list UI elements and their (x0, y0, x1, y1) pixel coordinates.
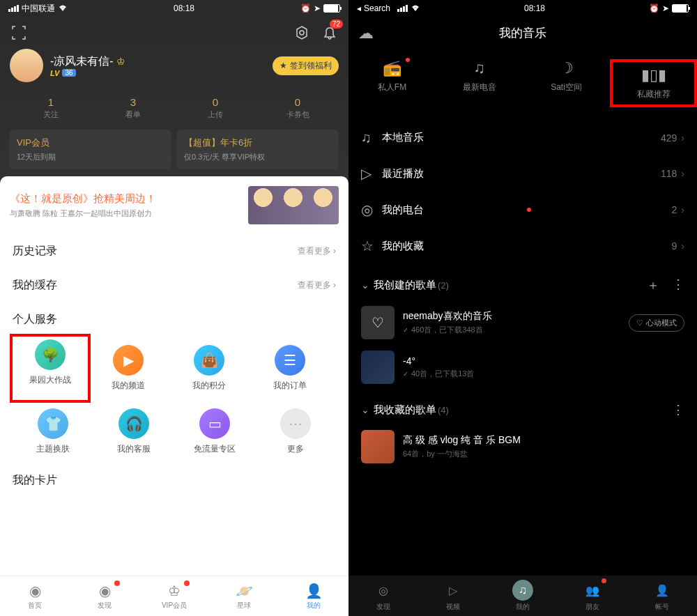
promo-banner[interactable]: 《这！就是原创》抢精美周边！ 与萧敬腾 陈粒 王嘉尔一起唱出中国原创力 (0, 176, 348, 234)
tab-discover[interactable]: ◉发现 (70, 576, 139, 616)
service-channel[interactable]: ▶我的频道 (88, 337, 169, 400)
cat-sati[interactable]: ☽Sati空间 (523, 59, 610, 107)
card-icon: ▭ (199, 408, 230, 439)
item-recent-play[interactable]: ▷ 最近播放 118 › (348, 155, 697, 192)
chevron-down-icon: ⌄ (361, 279, 369, 291)
heart-mode-button[interactable]: ♡心动模式 (629, 314, 684, 332)
signal-icon (8, 5, 19, 12)
settings-icon[interactable] (293, 24, 311, 42)
level-prefix: LV (50, 69, 59, 77)
tab-home[interactable]: ◉首页 (0, 576, 70, 616)
item-local-music[interactable]: ♫ 本地音乐 429 › (348, 120, 697, 155)
service-theme[interactable]: 👕主题换肤 (13, 400, 93, 463)
person-icon: 👤 (652, 580, 673, 601)
tab-friends[interactable]: 👥朋友 (558, 576, 627, 616)
profile-header: 72 -凉风未有信-♔ LV 36 ★ 签到领福利 1关注 3看单 0上传 0卡… (0, 17, 348, 234)
play-icon: ▶ (113, 345, 144, 376)
stat-upload[interactable]: 0上传 (174, 96, 256, 120)
alarm-icon: ⏰ (300, 3, 311, 13)
more-icon[interactable]: ⋮ (672, 277, 684, 293)
playlist-cover (361, 430, 395, 463)
carrier-label: 中国联通 (22, 3, 55, 15)
tab-account[interactable]: 👤帐号 (627, 576, 697, 616)
signal-icon (397, 5, 408, 12)
alarm-icon: ⏰ (649, 3, 659, 13)
person-icon: 👤 (305, 583, 323, 599)
created-playlists-header[interactable]: ⌄ 我创建的歌单 (2) ＋ ⋮ (348, 264, 697, 300)
coin-icon: ★ (279, 61, 287, 70)
service-freedata[interactable]: ▭免流量专区 (174, 400, 255, 463)
chevron-right-icon: › (681, 204, 684, 215)
cat-electronic[interactable]: ♫最新电音 (436, 59, 523, 107)
avatar[interactable] (10, 49, 43, 82)
badge-dot (602, 578, 606, 583)
moon-icon: ☽ (560, 59, 574, 77)
service-support[interactable]: 🎧我的客服 (93, 400, 174, 463)
service-points[interactable]: 👜我的积分 (169, 337, 250, 400)
dots-icon: ⋯ (280, 408, 311, 439)
service-more[interactable]: ⋯更多 (255, 400, 336, 463)
stat-watchlist[interactable]: 3看单 (92, 96, 174, 120)
playlist-vlog-bgm[interactable]: 高 级 感 vlog 纯 音 乐 BGM 64首，by 一勺海盐 (348, 424, 697, 469)
checkin-button[interactable]: ★ 签到领福利 (273, 56, 339, 75)
verified-icon: ✓ (403, 370, 408, 378)
tab-discover[interactable]: ◎发现 (348, 576, 418, 616)
playlist-liked[interactable]: ♡ neemaby喜欢的音乐 ✓460首，已下载348首 ♡心动模式 (348, 300, 697, 345)
vip-member-card[interactable]: VIP会员 12天后到期 (10, 130, 171, 169)
vip-annual-card[interactable]: 【超值】年卡6折 仅0.3元/天 尊享VIP特权 (177, 130, 339, 169)
tab-vip[interactable]: ♔VIP会员 (139, 576, 209, 616)
star-person-icon: ☆ (361, 238, 382, 254)
playlist-cover: ♡ (361, 306, 395, 339)
favorited-playlists-header[interactable]: ⌄ 我收藏的歌单 (4) ⋮ (348, 390, 697, 424)
cloud-icon[interactable]: ☁ (358, 24, 374, 43)
radio-icon: 📻 (383, 59, 401, 77)
item-my-radio[interactable]: ◎ 我的电台 2 › (348, 192, 697, 228)
music-icon: ♫ (512, 580, 533, 601)
play-circle-icon: ▷ (361, 165, 382, 182)
cat-private-rec[interactable]: ▮▯▮私藏推荐 (610, 59, 697, 107)
bag-icon: 👜 (194, 345, 224, 376)
wifi-icon (411, 3, 420, 13)
status-bar: 中国联通 08:18 ⏰ ➤ (0, 0, 348, 17)
notification-badge: 72 (330, 20, 343, 29)
checkin-label: 签到领福利 (290, 60, 332, 72)
tab-bar: ◎发现 ▷视频 ♫我的 👥朋友 👤帐号 (348, 576, 697, 616)
phone-screen-right: ◂ Search 08:18 ⏰ ➤ ☁ 我的音乐 📻私人FM ♫最新电音 ☽S… (348, 0, 697, 616)
list-icon: ☰ (275, 345, 305, 376)
badge-dot (527, 208, 531, 212)
services-header: 个人服务 (13, 302, 336, 337)
phone-screen-left: 中国联通 08:18 ⏰ ➤ (0, 0, 348, 616)
stat-follow[interactable]: 1关注 (10, 96, 92, 120)
headset-icon: 🎧 (118, 408, 149, 439)
banner-subtitle: 与萧敬腾 陈粒 王嘉尔一起唱出中国原创力 (10, 208, 248, 219)
tab-mine[interactable]: 👤我的 (279, 576, 348, 616)
cat-fm[interactable]: 📻私人FM (348, 59, 436, 107)
bars-icon: ▮▯▮ (641, 66, 666, 84)
tab-mine[interactable]: ♫我的 (488, 576, 558, 616)
service-orders[interactable]: ☰我的订单 (250, 337, 330, 400)
scan-icon[interactable] (10, 24, 28, 42)
playlist-minus4[interactable]: -4° ✓40首，已下载13首 (348, 345, 697, 390)
tab-planet[interactable]: 🪐星球 (209, 576, 279, 616)
quick-categories: 📻私人FM ♫最新电音 ☽Sati空间 ▮▯▮私藏推荐 亲 (348, 49, 697, 120)
back-chevron-icon[interactable]: ◂ (357, 3, 361, 13)
service-orchard[interactable]: 🌳果园大作战 (10, 334, 91, 403)
tree-icon: 🌳 (35, 339, 66, 370)
heart-icon: ♡ (636, 318, 643, 328)
tab-video[interactable]: ▷视频 (418, 576, 488, 616)
battery-icon (672, 4, 689, 13)
history-row[interactable]: 历史记录 查看更多 › (13, 234, 336, 268)
page-title: 我的音乐 (499, 25, 546, 41)
back-label[interactable]: Search (364, 3, 390, 13)
stat-coupon[interactable]: 0卡券包 (256, 96, 339, 120)
item-my-favorites[interactable]: ☆ 我的收藏 9 › (348, 228, 697, 264)
crown-icon: ♔ (116, 56, 125, 67)
banner-image (248, 186, 339, 224)
add-icon[interactable]: ＋ (647, 277, 659, 293)
status-bar: ◂ Search 08:18 ⏰ ➤ (348, 0, 697, 17)
music-note-icon: ♫ (361, 130, 382, 146)
notification-button[interactable]: 72 (321, 24, 339, 42)
wave-icon: ♫ (473, 59, 485, 77)
more-icon[interactable]: ⋮ (672, 402, 684, 417)
cache-row[interactable]: 我的缓存 查看更多 › (13, 268, 336, 302)
